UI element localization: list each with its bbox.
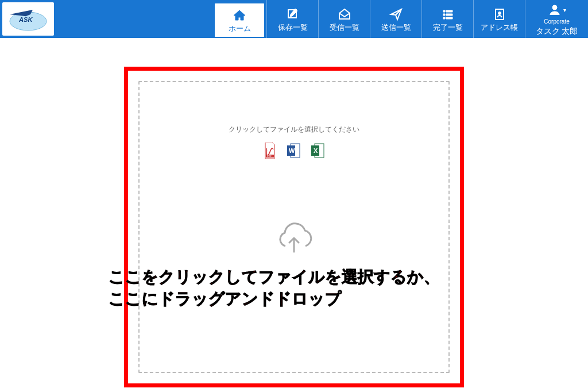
nav-inbox-label: 受信一覧 (330, 24, 359, 31)
pdf-icon: PDF (263, 143, 277, 159)
svg-point-2 (498, 11, 501, 14)
nav-inbox[interactable]: 受信一覧 (318, 0, 370, 38)
header: ASK ホーム 保存一覧 受信一覧 送信一覧 (0, 0, 588, 38)
nav-done-label: 完了一覧 (433, 24, 463, 31)
envelope-open-icon (338, 7, 351, 21)
word-icon: W (287, 143, 301, 159)
cloud-upload-icon (271, 222, 317, 259)
user-name: タスク 太郎 (536, 27, 578, 35)
address-book-icon (493, 7, 506, 21)
user-sub: Corporate (544, 19, 569, 25)
nav-home[interactable]: ホーム (214, 2, 265, 38)
nav-sent[interactable]: 送信一覧 (370, 0, 421, 38)
excel-icon: X (311, 143, 325, 159)
svg-text:PDF: PDF (267, 155, 272, 157)
file-dropzone[interactable]: クリックしてファイルを選択してください PDF W X (138, 81, 450, 373)
nav-user-menu[interactable]: ▾ Corporate タスク 太郎 (525, 0, 588, 38)
nav-saved[interactable]: 保存一覧 (266, 0, 318, 38)
nav-done[interactable]: 完了一覧 (421, 0, 473, 38)
nav-address-label: アドレス帳 (481, 24, 518, 31)
user-icon (548, 3, 562, 17)
svg-text:ASK: ASK (18, 16, 33, 23)
svg-point-3 (552, 5, 557, 10)
top-nav: ホーム 保存一覧 受信一覧 送信一覧 完了一覧 (212, 0, 588, 38)
list-icon (441, 7, 455, 21)
edit-icon (286, 7, 300, 21)
nav-saved-label: 保存一覧 (278, 24, 308, 31)
nav-address[interactable]: アドレス帳 (473, 0, 525, 38)
home-icon (233, 9, 246, 22)
highlight-box: クリックしてファイルを選択してください PDF W X ここをク (124, 67, 464, 387)
main: クリックしてファイルを選択してください PDF W X ここをク (0, 38, 588, 387)
chevron-down-icon: ▾ (563, 7, 566, 13)
logo[interactable]: ASK (2, 2, 54, 36)
paper-plane-icon (389, 7, 403, 21)
dropzone-hint: クリックしてファイルを選択してください (229, 125, 359, 135)
nav-home-label: ホーム (229, 25, 251, 32)
file-type-icons: PDF W X (263, 143, 325, 159)
svg-text:W: W (289, 147, 295, 154)
svg-text:X: X (314, 147, 318, 154)
nav-sent-label: 送信一覧 (381, 24, 411, 31)
